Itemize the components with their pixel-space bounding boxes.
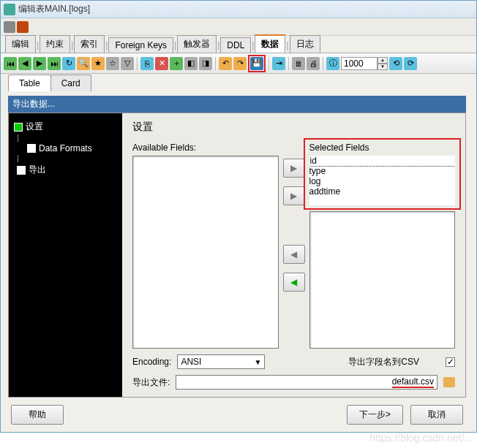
export-file-value: default.csv <box>392 376 434 388</box>
panel-title: 设置 <box>132 121 455 134</box>
export-file-label: 导出文件: <box>132 376 170 389</box>
tree-export[interactable]: 导出 <box>11 162 120 178</box>
settings-panel: 设置 Available Fields: ▶ ▶ ◀ ◀ <box>122 113 465 397</box>
selected-fields-list[interactable]: id type log addtime <box>309 156 456 205</box>
box-icon <box>27 144 36 153</box>
tree-label: 设置 <box>26 121 43 133</box>
tab-data[interactable]: 数据 <box>255 34 285 53</box>
tab-foreign-keys[interactable]: Foreign Keys <box>108 37 173 53</box>
nav-prev-icon[interactable]: ◀ <box>18 57 31 70</box>
export-dialog-title: 导出数据... <box>8 96 466 113</box>
list-item[interactable]: type <box>309 166 456 176</box>
move-all-right-button[interactable]: ▶ <box>283 186 305 205</box>
arrow-right-icon: ▶ <box>290 191 297 201</box>
tab-edit[interactable]: 编辑 <box>5 35 36 53</box>
undo-icon[interactable]: ↶ <box>219 57 232 70</box>
view-tabs: Table Card <box>1 74 476 91</box>
spin-down-icon[interactable]: ▼ <box>378 64 388 70</box>
move-right-button[interactable]: ▶ <box>283 159 305 178</box>
copy-icon[interactable]: ⎘ <box>140 57 154 70</box>
move-left-button[interactable]: ◀ <box>283 245 305 264</box>
nav-sidebar: 设置 Data Formats 导出 <box>9 113 122 397</box>
app-icon <box>4 4 15 15</box>
save-icon[interactable]: 💾 <box>250 57 263 70</box>
export-file-input[interactable]: default.csv <box>176 375 437 390</box>
tab-triggers[interactable]: 触发器 <box>177 35 217 53</box>
tree-label: 导出 <box>29 164 46 176</box>
preview-icon[interactable]: 🗎 <box>292 57 305 70</box>
arrow-left-icon: ◀ <box>290 249 297 259</box>
cancel-button[interactable]: 取消 <box>410 405 463 425</box>
arrow-left-icon: ◀ <box>290 277 297 287</box>
redo-icon[interactable]: ↷ <box>233 57 247 70</box>
tool2-icon[interactable]: ◨ <box>199 57 212 70</box>
box-icon <box>17 166 26 175</box>
tab-constraints[interactable]: 约束 <box>40 35 70 53</box>
tree-settings[interactable]: 设置 <box>11 119 120 134</box>
add-icon[interactable]: ＋ <box>170 57 183 70</box>
list-item[interactable]: addtime <box>309 186 456 197</box>
star-icon[interactable]: ★ <box>91 57 105 70</box>
tab-index[interactable]: 索引 <box>74 35 105 53</box>
tab-table-view[interactable]: Table <box>8 75 51 91</box>
list-item[interactable]: log <box>309 176 456 186</box>
page-prev-icon[interactable]: ⟲ <box>389 57 402 70</box>
main-tabs: 编辑| 约束| 索引| Foreign Keys| 触发器| DDL| 数据| … <box>1 36 476 53</box>
csv-header-label: 导出字段名到CSV <box>348 356 419 368</box>
encoding-combo[interactable]: ANSI ▼ <box>177 354 265 369</box>
box-icon <box>14 123 23 132</box>
list-item[interactable]: id <box>309 156 456 167</box>
info-icon[interactable]: ⓘ <box>326 57 339 70</box>
available-fields-label: Available Fields: <box>132 143 279 153</box>
print-icon[interactable]: 🖨 <box>307 57 320 70</box>
tree-data-formats[interactable]: Data Formats <box>11 142 120 155</box>
title-bar: 编辑表MAIN.[logs] <box>1 1 476 18</box>
toolbar: ⏮ ◀ ▶ ⏭ ↻ 🔍 ★ ☆ ▽ ⎘ ✕ ＋ ◧ ◨ ↶ ↷ 💾 ⇥ 🗎 🖨 … <box>1 53 476 74</box>
csv-header-checkbox[interactable]: ✓ <box>446 357 455 367</box>
delete-icon[interactable]: ✕ <box>155 57 168 70</box>
tool1-icon[interactable]: ◧ <box>184 57 198 70</box>
nav-next-icon[interactable]: ▶ <box>33 57 46 70</box>
star-outline-icon[interactable]: ☆ <box>106 57 119 70</box>
check-icon: ✓ <box>447 357 454 367</box>
tab-ddl[interactable]: DDL <box>220 37 251 53</box>
chevron-down-icon: ▼ <box>254 358 261 366</box>
filter-icon[interactable]: ▽ <box>121 57 134 70</box>
nav-last-icon[interactable]: ⏭ <box>48 57 61 70</box>
tab-card-view[interactable]: Card <box>50 75 91 91</box>
move-all-left-button[interactable]: ◀ <box>283 273 305 292</box>
encoding-label: Encoding: <box>132 357 171 367</box>
arrow-right-icon: ▶ <box>290 163 297 173</box>
quick-access-bar <box>1 18 476 36</box>
nav-first-icon[interactable]: ⏮ <box>4 57 17 70</box>
dialog-buttons: 帮助 下一步> 取消 <box>8 398 466 428</box>
watermark: https://blog.csdn.net/... <box>369 432 473 444</box>
window-title: 编辑表MAIN.[logs] <box>18 3 90 15</box>
spin-up-icon[interactable]: ▲ <box>378 57 388 64</box>
tree-label: Data Formats <box>39 143 92 153</box>
page-next-icon[interactable]: ⟳ <box>404 57 417 70</box>
encoding-value: ANSI <box>181 357 201 367</box>
selected-fields-label: Selected Fields <box>309 143 456 153</box>
browse-icon[interactable] <box>443 377 455 387</box>
stop-icon[interactable] <box>17 21 29 33</box>
row-count-input[interactable] <box>341 57 378 70</box>
next-button[interactable]: 下一步> <box>347 405 403 425</box>
tab-log[interactable]: 日志 <box>290 35 320 53</box>
import-icon[interactable]: ⇥ <box>272 57 285 70</box>
qb-icon-1[interactable] <box>4 21 15 33</box>
refresh-icon[interactable]: ↻ <box>62 57 75 70</box>
search-icon[interactable]: 🔍 <box>77 57 90 70</box>
help-button[interactable]: 帮助 <box>11 405 64 425</box>
available-fields-list[interactable] <box>132 156 279 349</box>
selected-fields-list-cont[interactable] <box>309 211 456 349</box>
